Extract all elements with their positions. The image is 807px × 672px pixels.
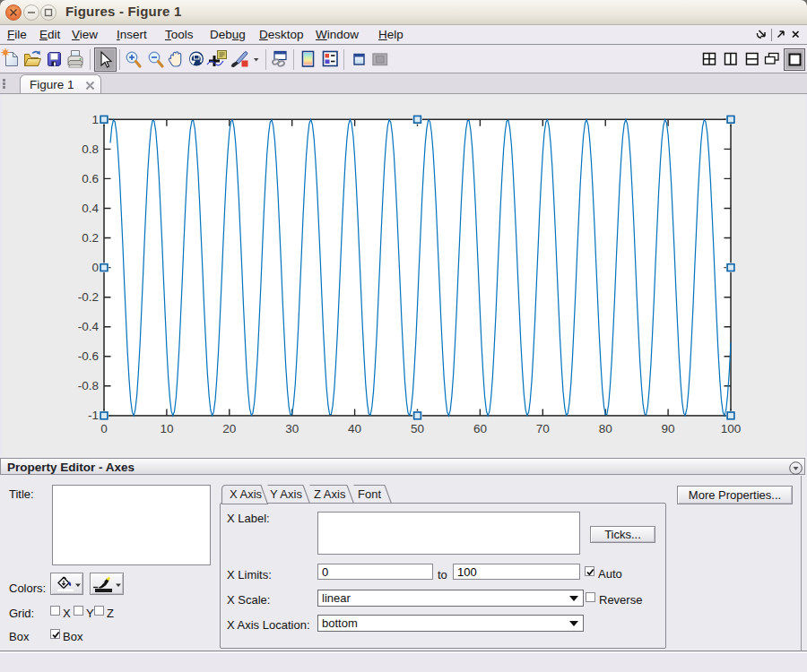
svg-text:-0.6: -0.6: [78, 349, 99, 363]
svg-text:80: 80: [599, 422, 612, 435]
svg-text:90: 90: [662, 422, 675, 435]
svg-text:-0.2: -0.2: [78, 290, 99, 304]
svg-text:0: 0: [91, 261, 99, 274]
svg-text:100: 100: [721, 422, 742, 435]
svg-text:30: 30: [285, 422, 299, 435]
svg-text:-0.4: -0.4: [78, 320, 100, 333]
svg-text:0.2: 0.2: [82, 231, 99, 245]
svg-text:0.6: 0.6: [82, 172, 99, 185]
svg-text:-0.8: -0.8: [78, 379, 99, 392]
svg-text:40: 40: [348, 422, 361, 435]
svg-text:1: 1: [91, 113, 99, 126]
svg-text:0.4: 0.4: [82, 202, 99, 215]
svg-text:70: 70: [536, 422, 550, 435]
svg-text:0.8: 0.8: [82, 142, 99, 156]
svg-text:-1: -1: [88, 409, 99, 422]
svg-text:60: 60: [473, 422, 487, 435]
svg-text:20: 20: [222, 422, 236, 435]
svg-text:50: 50: [411, 422, 424, 435]
svg-text:10: 10: [160, 422, 173, 435]
svg-text:0: 0: [100, 422, 108, 435]
